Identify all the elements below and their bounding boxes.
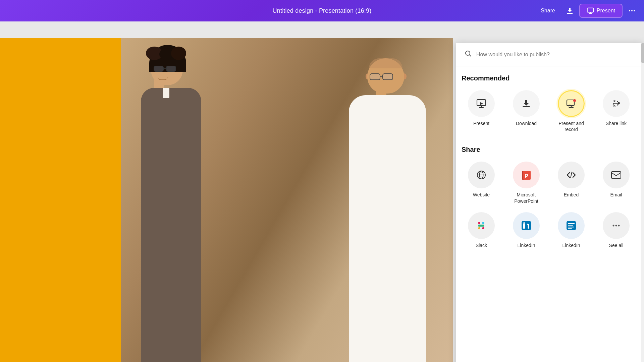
header-right: Share Present [535,4,639,18]
publish-panel: Recommended Present [456,43,644,362]
recommended-share-link-item[interactable]: Share link [596,90,636,132]
svg-rect-6 [523,106,530,107]
website-icon-box[interactable] [468,162,495,188]
share-link-icon-box[interactable] [603,90,630,117]
svg-rect-7 [567,100,574,106]
svg-rect-26 [568,227,574,228]
linkedin-label: LinkedIn [518,242,535,248]
slack-label: Slack [476,242,487,248]
svg-rect-18 [478,227,480,229]
svg-text:P: P [525,173,528,179]
share-ppt-item[interactable]: P Microsoft PowerPoint [506,162,546,204]
linkedin-icon-box[interactable] [513,212,540,239]
share-button[interactable]: Share [535,5,560,16]
svg-rect-24 [568,223,575,224]
share-grid-2: Slack LinkedIn [462,212,636,248]
ppt-label: Microsoft PowerPoint [506,192,546,204]
share-section: Share Website [462,146,636,248]
see-all-label: See all [609,242,624,248]
svg-point-30 [618,225,620,226]
svg-point-22 [523,222,525,224]
recommended-download-item[interactable]: Download [506,90,546,132]
share-email-item[interactable]: Email [596,162,636,204]
svg-rect-27 [568,228,572,229]
panel-content: Recommended Present [456,66,644,362]
recommended-present-item[interactable]: Present [462,90,501,132]
more-options-button[interactable] [625,4,639,17]
slide-yellow-bar [0,38,121,362]
present-record-icon-box[interactable]: ☞ [558,90,585,117]
recommended-grid: Present Download [462,90,636,132]
svg-point-29 [615,225,617,226]
present-label: Present [597,8,615,14]
svg-rect-5 [477,100,486,106]
svg-rect-15 [478,222,480,224]
linkedin2-icon-box[interactable] [558,212,585,239]
svg-rect-17 [478,225,484,227]
svg-point-2 [631,10,633,11]
share-slack-item[interactable]: Slack [462,212,501,248]
svg-point-28 [613,225,614,226]
main-area: Recommended Present [0,21,644,362]
download-item-label: Download [516,120,537,126]
download-icon-button[interactable] [563,4,577,17]
svg-rect-16 [482,222,484,224]
ppt-icon-box[interactable]: P [513,162,540,188]
search-icon [464,50,472,59]
recommended-section: Recommended Present [462,74,636,132]
share-website-item[interactable]: Website [462,162,501,204]
download-icon-box[interactable] [513,90,540,117]
website-label: Website [473,192,490,198]
svg-point-1 [629,10,630,11]
svg-rect-25 [568,225,573,226]
svg-rect-14 [611,172,621,178]
share-more-item[interactable]: See all [596,212,636,248]
embed-label: Embed [564,192,579,198]
svg-rect-19 [482,227,484,229]
present-record-item-label: Present andrecord [558,120,584,132]
share-grid: Website P Microsoft PowerPoint [462,162,636,204]
present-button[interactable]: Present [579,4,623,18]
share-section-title: Share [462,146,636,154]
scrollbar-thumb[interactable] [641,43,644,63]
svg-rect-21 [523,224,525,229]
email-icon-box[interactable] [603,162,630,188]
document-title: Untitled design - Presentation (16:9) [273,7,372,14]
share-embed-item[interactable]: Embed [551,162,591,204]
share-link-item-label: Share link [606,120,627,126]
email-label: Email [610,192,622,198]
recommended-present-record-item[interactable]: ☞ Present andrecord [551,90,591,132]
present-item-label: Present [473,120,489,126]
header-center: Untitled design - Presentation (16:9) [273,7,372,14]
slide-photo-area [121,38,453,362]
app-header: Untitled design - Presentation (16:9) Sh… [0,0,644,21]
present-icon-box[interactable] [468,90,495,117]
share-linkedin-item[interactable]: LinkedIn [506,212,546,248]
slack-icon-box[interactable] [468,212,495,239]
publish-search-input[interactable] [476,52,636,58]
share-linkedin2-item[interactable]: LinkedIn [551,212,591,248]
svg-point-8 [573,99,576,102]
slide-content [0,38,453,362]
embed-icon-box[interactable] [558,162,585,188]
svg-rect-20 [522,221,531,230]
more-icon-box[interactable] [603,212,630,239]
search-bar [456,43,644,66]
linkedin2-label: LinkedIn [562,242,580,248]
recommended-title: Recommended [462,74,636,82]
svg-point-3 [634,10,635,11]
scrollbar-track[interactable] [641,43,644,362]
svg-rect-0 [587,8,593,12]
people-photo [121,38,453,362]
